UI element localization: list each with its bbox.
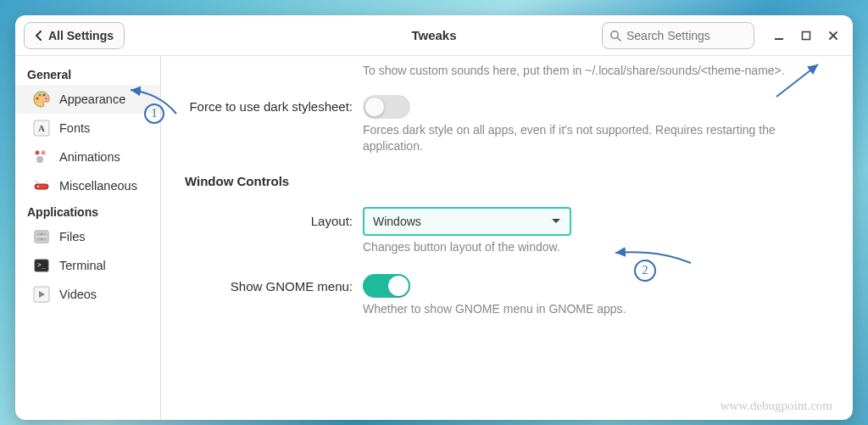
animations-icon (32, 148, 51, 166)
svg-line-1 (617, 37, 620, 41)
svg-point-12 (36, 156, 43, 163)
search-icon (609, 30, 621, 42)
svg-text:A: A (38, 123, 45, 133)
sidebar-item-files[interactable]: Files (15, 222, 160, 251)
sidebar-item-label: Fonts (59, 121, 90, 135)
section-window-controls: Window Controls (185, 174, 836, 188)
search-input[interactable] (626, 29, 747, 42)
svg-point-10 (36, 151, 40, 155)
sidebar-item-label: Animations (59, 150, 120, 164)
gnome-menu-desc: Whether to show GNOME menu in GNOME apps… (363, 301, 836, 318)
svg-point-11 (42, 151, 46, 155)
sidebar-category-applications: Applications (15, 200, 160, 222)
window-title: Tweaks (411, 28, 456, 42)
close-button[interactable] (826, 28, 841, 43)
sidebar-item-animations[interactable]: Animations (15, 143, 160, 171)
row-dark-style: Force to use dark stylesheet: (178, 95, 836, 119)
terminal-icon: >_ (32, 256, 51, 275)
svg-point-19 (41, 238, 42, 240)
svg-point-7 (45, 97, 47, 99)
svg-point-4 (36, 97, 38, 99)
row-gnome-menu: Show GNOME menu: (178, 274, 836, 298)
svg-rect-3 (803, 31, 810, 39)
sidebar-item-label: Terminal (59, 259, 106, 272)
chevron-down-icon (551, 218, 561, 225)
dark-style-desc: Forces dark style on all apps, even if i… (363, 122, 836, 155)
gnome-menu-label: Show GNOME menu: (178, 279, 358, 294)
sidebar: General Appearance A Fonts Animations (15, 56, 161, 420)
sidebar-item-fonts[interactable]: A Fonts (15, 114, 160, 143)
sidebar-item-label: Videos (59, 288, 97, 301)
tweaks-window: All Settings Tweaks General (15, 15, 853, 420)
svg-rect-13 (35, 184, 48, 189)
sidebar-item-terminal[interactable]: >_ Terminal (15, 251, 160, 280)
dark-style-switch[interactable] (363, 95, 410, 119)
sidebar-category-general: General (15, 63, 160, 85)
svg-point-6 (42, 93, 45, 96)
layout-dropdown[interactable]: Windows (363, 207, 571, 236)
back-button[interactable]: All Settings (24, 22, 125, 49)
svg-point-5 (38, 93, 41, 96)
row-layout: Layout: Windows (178, 207, 836, 236)
layout-dropdown-value: Windows (373, 215, 421, 228)
font-icon: A (32, 119, 51, 137)
maximize-button[interactable] (798, 28, 814, 43)
sidebar-item-label: Files (59, 230, 86, 243)
search-box[interactable] (602, 22, 754, 49)
dark-style-label: Force to use dark stylesheet: (178, 99, 358, 114)
window-controls (771, 28, 841, 43)
videos-icon (32, 285, 51, 304)
watermark-text: www.debugpoint.com (721, 399, 832, 413)
swissknife-icon (32, 176, 51, 195)
svg-point-14 (37, 186, 39, 187)
sidebar-item-label: Miscellaneous (59, 179, 137, 193)
palette-icon (32, 90, 51, 109)
chevron-left-icon (35, 31, 43, 41)
gnome-menu-switch[interactable] (363, 274, 410, 298)
svg-text:>_: >_ (37, 261, 46, 269)
minimize-button[interactable] (771, 28, 787, 43)
back-button-label: All Settings (48, 29, 114, 42)
sidebar-item-videos[interactable]: Videos (15, 280, 160, 309)
sidebar-item-miscellaneous[interactable]: Miscellaneous (15, 171, 160, 200)
sound-hint-text: To show custom sounds here, put them in … (363, 63, 836, 80)
sidebar-item-appearance[interactable]: Appearance (15, 85, 160, 114)
layout-label: Layout: (178, 214, 358, 228)
window-body: General Appearance A Fonts Animations (15, 56, 853, 420)
svg-rect-2 (775, 38, 783, 40)
svg-point-18 (41, 233, 42, 235)
files-icon (32, 227, 51, 246)
sidebar-item-label: Appearance (59, 92, 125, 106)
content-pane: To show custom sounds here, put them in … (161, 56, 853, 420)
titlebar: All Settings Tweaks (15, 15, 853, 56)
layout-desc: Changes button layout of the window. (363, 239, 836, 256)
